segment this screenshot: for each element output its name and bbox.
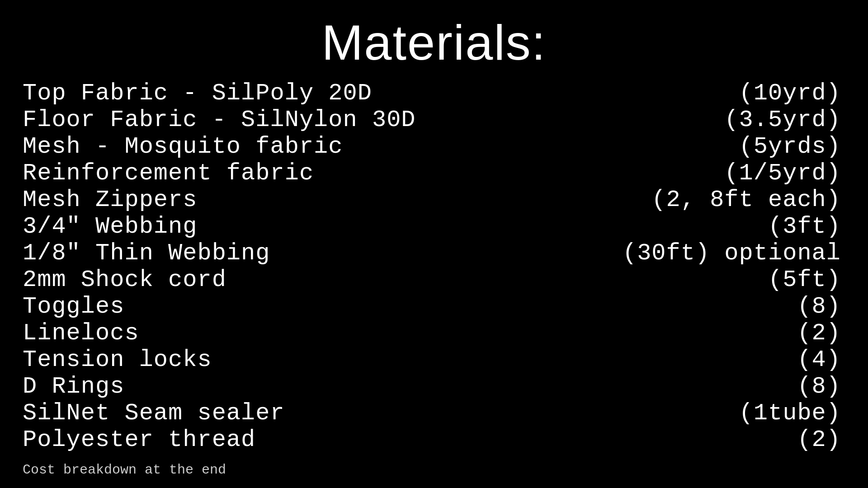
material-row: 3/4" Webbing(3ft) — [23, 213, 845, 240]
material-name: Linelocs — [23, 320, 139, 347]
material-quantity: (1tube) — [739, 400, 845, 427]
material-row: SilNet Seam sealer(1tube) — [23, 400, 845, 427]
page-title: Materials: — [23, 14, 845, 71]
material-name: 3/4" Webbing — [23, 213, 197, 240]
material-row: Tension locks(4) — [23, 347, 845, 373]
material-name: Tension locks — [23, 347, 212, 373]
material-row: Top Fabric - SilPoly 20D(10yrd) — [23, 80, 845, 107]
material-row: Toggles(8) — [23, 293, 845, 320]
material-name: Top Fabric - SilPoly 20D — [23, 80, 372, 107]
material-row: Mesh - Mosquito fabric(5yrds) — [23, 133, 845, 160]
material-row: 2mm Shock cord(5ft) — [23, 267, 845, 293]
material-row: Linelocs(2) — [23, 320, 845, 347]
material-row: D Rings(8) — [23, 373, 845, 400]
material-quantity: (3ft) — [768, 213, 845, 240]
material-name: Floor Fabric - SilNylon 30D — [23, 107, 416, 133]
material-quantity: (2, 8ft each) — [651, 187, 845, 213]
materials-list: Top Fabric - SilPoly 20D(10yrd)Floor Fab… — [23, 80, 845, 453]
material-quantity: (2) — [797, 427, 845, 453]
material-quantity: (8) — [797, 373, 845, 400]
material-row: Floor Fabric - SilNylon 30D(3.5yrd) — [23, 107, 845, 133]
material-row: Reinforcement fabric(1/5yrd) — [23, 160, 845, 187]
material-row: Polyester thread(2) — [23, 427, 845, 453]
material-name: Mesh Zippers — [23, 187, 197, 213]
material-quantity: (8) — [797, 293, 845, 320]
material-quantity: (4) — [797, 347, 845, 373]
material-row: Mesh Zippers(2, 8ft each) — [23, 187, 845, 213]
material-row: 1/8" Thin Webbing(30ft) optional — [23, 240, 845, 267]
material-name: SilNet Seam sealer — [23, 400, 285, 427]
material-name: Reinforcement fabric — [23, 160, 314, 187]
material-name: D Rings — [23, 373, 124, 400]
material-quantity: (5ft) — [768, 267, 845, 293]
material-quantity: (2) — [797, 320, 845, 347]
material-name: 1/8" Thin Webbing — [23, 240, 270, 267]
material-name: 2mm Shock cord — [23, 267, 226, 293]
material-name: Mesh - Mosquito fabric — [23, 133, 343, 160]
material-quantity: (3.5yrd) — [724, 107, 845, 133]
page-container: Materials: Top Fabric - SilPoly 20D(10yr… — [0, 0, 868, 488]
material-quantity: (1/5yrd) — [724, 160, 845, 187]
material-name: Toggles — [23, 293, 124, 320]
footer-note: Cost breakdown at the end — [23, 462, 845, 478]
material-quantity: (10yrd) — [739, 80, 845, 107]
material-quantity: (5yrds) — [739, 133, 845, 160]
material-name: Polyester thread — [23, 427, 255, 453]
material-quantity: (30ft) optional — [623, 240, 845, 267]
